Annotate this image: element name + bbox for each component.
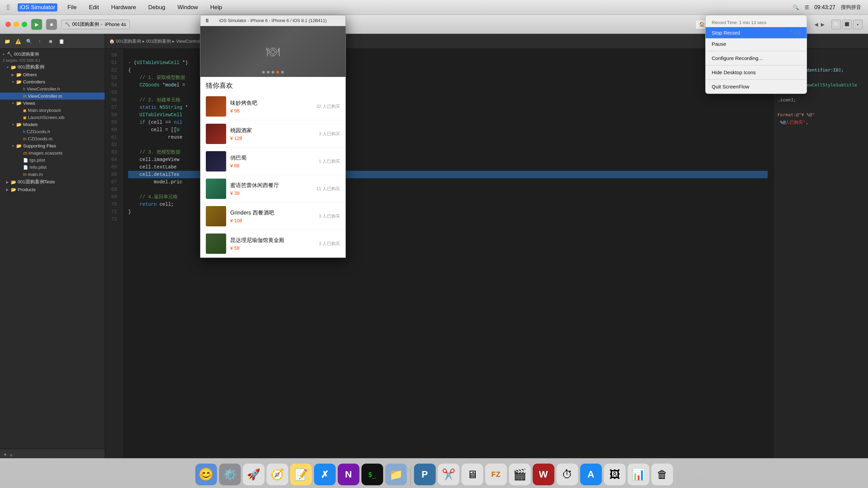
item-info: 蜜语芭蕾休闲西餐厅 ¥ 39 [230,182,312,196]
tree-group-main[interactable]: ▾ 📂 001团购案例 [0,63,105,71]
tree-item-tgs-plist[interactable]: ▶ 📄 tgs.plist [0,157,105,164]
hero-image-bg: 🍽 [200,26,346,77]
tree-item-tests[interactable]: ▶ 📂 001团购案例Tests [0,178,105,186]
list-item[interactable]: 昆达理尼瑜伽馆黄金殿 ¥ 58 3 人已购买 [200,230,346,258]
menu-edit[interactable]: Edit [87,3,101,12]
dock-img3[interactable]: 📊 [628,464,649,485]
dock-folder[interactable]: 📁 [385,464,407,485]
tree-item-launchscreen[interactable]: ▶ ◼ LaunchScreen.xib [0,114,105,121]
add-file-button[interactable]: + [3,451,7,459]
fullscreen-button[interactable] [22,22,27,27]
minimize-button[interactable] [14,22,19,27]
report-nav-icon[interactable]: 📋 [57,37,66,46]
dock-appstore[interactable]: A [580,464,602,485]
folder-nav-icon[interactable]: 📁 [3,37,12,46]
project-tree: ▾ 🔨 001团购案例 2 targets, iOS SDK 8.1 ▾ 📂 0… [0,49,105,449]
stop-button[interactable]: ■ [46,19,57,30]
list-item[interactable]: 桃园酒家 ¥ 128 3 人已购买 [200,120,346,148]
dropdown-separator-1 [706,51,807,51]
dock-terminal[interactable]: $_ [361,464,383,485]
item-price: ¥ 88 [230,163,315,168]
list-item[interactable]: 俏巴蜀 ¥ 88 1 人已购买 [200,148,346,175]
item-count: 3 人已购买 [319,131,340,137]
tree-item-views[interactable]: ▾ 📂 Views [0,100,105,107]
dock-word[interactable]: W [533,464,554,485]
tree-item-products[interactable]: ▶ 📂 Products [0,186,105,193]
item-info: 昆达理尼瑜伽馆黄金殿 ¥ 58 [230,237,315,251]
tree-item-info-plist[interactable]: ▶ 📄 Info.plist [0,164,105,171]
scheme-selector[interactable]: 🔨 001团购案例 ▸ iPhone 4s [61,20,130,29]
item-info: 桃园酒家 ¥ 128 [230,127,315,141]
item-thumbnail [206,124,226,144]
project-subtitle: 2 targets, iOS SDK 8.1 [0,58,105,63]
breakpoint-nav-icon[interactable]: ⏺ [46,37,55,46]
right-panel: viewAtInde view c leCellWithIdentifier:I… [773,34,868,461]
search-icon[interactable]: 🔍 [793,4,799,11]
dropdown-pause[interactable]: Pause [706,38,807,49]
dropdown-quit[interactable]: Quit ScreenFlow [706,81,807,92]
list-item[interactable]: Grinders 西餐酒吧 ¥ 108 3 人已购买 [200,203,346,230]
dock-trash[interactable]: 🗑 [651,464,673,485]
dropdown-stop-record[interactable]: Stop Record ⌃⌥1 [706,27,807,38]
item-price: ¥ 58 [230,245,315,251]
menu-ios-simulator[interactable]: iOS Simulator [18,3,57,12]
filter-icon[interactable]: ≡ [10,452,13,458]
dock-xcode[interactable]: ✗ [314,464,336,485]
tree-item-main-storyboard[interactable]: ▶ ◼ Main.storyboard [0,107,105,114]
editor-breadcrumb: 🏠 001团购案例 ▸ 001团购案例 ▸ ViewController.m [109,38,209,44]
tree-item-supporting-files[interactable]: ▾ 📂 Supporting Files [0,142,105,149]
list-item[interactable]: 味妙烤鱼吧 ¥ 98 32 人已购买 [200,93,346,120]
item-price: ¥ 128 [230,136,315,141]
scm-nav-icon[interactable]: ↑ [35,37,44,46]
tree-item-controllers[interactable]: ▾ 📂 Controllers [0,78,105,85]
input-method-display[interactable]: 搜狗拼音 [841,4,861,11]
run-button[interactable]: ▶ [31,19,42,30]
menu-debug[interactable]: Debug [146,3,167,12]
dock: 😊 ⚙️ 🚀 🧭 📝 ✗ N $_ 📁 P ✂️ 🖥 FZ 🎬 W ⏱ [0,458,868,488]
apple-menu[interactable]:  [7,3,9,12]
list-item[interactable]: 蜜语芭蕾休闲西餐厅 ¥ 39 11 人已购买 [200,175,346,203]
dock-filezilla[interactable]: FZ [485,464,507,485]
tree-item-czgoods-m[interactable]: ▶ m CZGoods.m [0,135,105,142]
layout-btn-1[interactable]: ⬜ [831,20,841,29]
dock-safari[interactable]: 🧭 [267,464,288,485]
menu-help[interactable]: Help [208,3,224,12]
tree-item-models[interactable]: ▾ 📂 Models [0,121,105,128]
menu-file[interactable]: File [65,3,79,12]
close-button[interactable] [5,22,11,27]
tree-item-czgoods-h[interactable]: ▶ h CZGoods.h [0,128,105,135]
dock-proxyman[interactable]: P [414,464,436,485]
menu-hardware[interactable]: Hardware [109,3,138,12]
dock-cutmypic[interactable]: ✂️ [438,464,459,485]
dock-img2[interactable]: 🖼 [604,464,626,485]
dock-finder[interactable]: 😊 [195,464,217,485]
dock-display[interactable]: 🖥 [461,464,483,485]
dock-instruments[interactable]: ⏱ [556,464,578,485]
dropdown-hide-icons[interactable]: Hide Desktop Icons [706,67,807,78]
menu-window[interactable]: Window [175,3,200,12]
nav-left-icon[interactable]: ◀ [814,22,818,27]
control-center-icon[interactable]: ☰ [805,4,809,11]
dock-onenote[interactable]: N [338,464,359,485]
dock-system-prefs[interactable]: ⚙️ [219,464,241,485]
tree-item-viewcontroller-h[interactable]: ▶ h ViewController.h [0,85,105,93]
dock-screenflow[interactable]: 🎬 [509,464,531,485]
search-nav-icon[interactable]: 🔍 [24,37,33,46]
project-root[interactable]: ▾ 🔨 001团购案例 [0,50,105,58]
simulator-pause-btn[interactable]: ⏸ [204,18,210,24]
item-thumbnail [206,206,226,226]
scheme-label: 001团购案例 [72,21,99,27]
warning-nav-icon[interactable]: ⚠️ [14,37,22,46]
dropdown-configure[interactable]: Configure Recording... [706,53,807,64]
dock-notes[interactable]: 📝 [290,464,312,485]
layout-btn-2[interactable]: ⬛ [842,20,852,29]
dock-launchpad[interactable]: 🚀 [243,464,264,485]
tree-item-main-m[interactable]: ▶ m main.m [0,171,105,178]
layout-btn-3[interactable]: ▪ [853,20,863,29]
item-name: 味妙烤鱼吧 [230,100,312,107]
tree-item-others[interactable]: ▶ 📂 Others [0,71,105,78]
tree-item-viewcontroller-m[interactable]: ▶ m ViewController.m [0,93,105,100]
nav-right-icon[interactable]: ▶ [821,22,825,27]
tree-item-images[interactable]: ▶ 🗃 Images.xcassets [0,149,105,157]
ios-simulator: iOS Simulator - iPhone 6 - iPhone 6 / iO… [200,15,346,258]
